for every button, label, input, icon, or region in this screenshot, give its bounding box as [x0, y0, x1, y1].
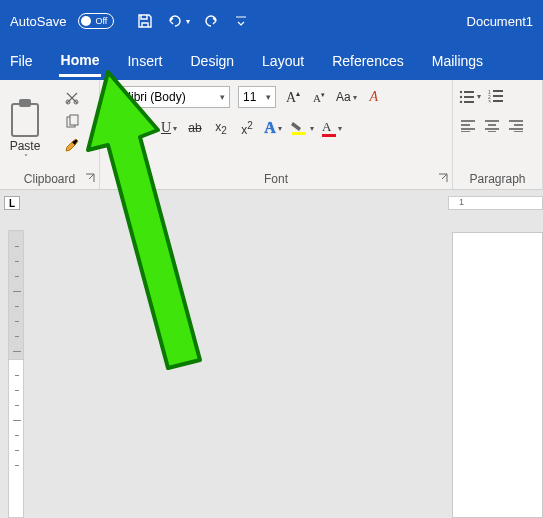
group-clipboard: Paste ˅ Clipboard	[0, 80, 100, 189]
redo-button[interactable]	[202, 11, 220, 31]
font-name-combo[interactable]: Calibri (Body) ▾	[108, 86, 230, 108]
vertical-ruler-margin[interactable]	[8, 230, 24, 360]
clipboard-label-text: Clipboard	[24, 172, 75, 186]
group-paragraph: ▾ 123 Paragraph	[453, 80, 543, 189]
paragraph-body: ▾ 123	[453, 80, 542, 164]
subscript-icon: x2	[215, 120, 227, 136]
svg-rect-10	[464, 101, 474, 103]
tab-selector[interactable]: L	[4, 196, 20, 210]
chevron-down-icon: ▾	[173, 124, 177, 133]
font-size-combo[interactable]: 11 ▾	[238, 86, 276, 108]
paste-button[interactable]: Paste ˅	[0, 80, 50, 164]
redo-icon	[203, 13, 219, 29]
para-row-1: ▾ 123	[459, 86, 536, 106]
workspace: L 1	[0, 190, 543, 518]
text-effects-icon: A	[264, 119, 276, 137]
superscript-button[interactable]: x2	[238, 118, 256, 138]
font-color-button[interactable]: A▾	[322, 118, 342, 138]
shrink-font-button[interactable]: A▾	[310, 87, 328, 107]
paste-label: Paste	[10, 139, 41, 153]
bullets-button[interactable]: ▾	[459, 86, 481, 106]
horizontal-ruler[interactable]: 1	[448, 196, 543, 210]
clipboard-dialog-launcher[interactable]	[85, 172, 95, 186]
scissors-icon	[64, 90, 80, 106]
font-row-2: B I U▾ ab x2 x2 A▾ ▾ A▾	[108, 118, 444, 138]
text-effects-button[interactable]: A▾	[264, 118, 282, 138]
svg-point-5	[460, 91, 462, 93]
font-name-value: Calibri (Body)	[113, 90, 186, 104]
tab-file[interactable]: File	[8, 47, 35, 75]
change-case-icon: Aa	[336, 90, 351, 104]
brush-icon	[64, 138, 80, 154]
svg-rect-16	[493, 100, 503, 102]
document-page[interactable]	[452, 232, 543, 518]
undo-button[interactable]: ▾	[166, 11, 190, 31]
quick-access-toolbar: ▾	[136, 11, 250, 31]
svg-rect-3	[70, 115, 78, 125]
font-dialog-launcher[interactable]	[438, 172, 448, 186]
svg-text:3: 3	[488, 99, 491, 103]
font-body: Calibri (Body) ▾ 11 ▾ A▴ A▾ Aa▾ A	[100, 80, 452, 164]
vertical-ruler[interactable]	[8, 360, 24, 518]
svg-rect-4	[292, 132, 306, 135]
chevron-down-icon: ▾	[310, 124, 314, 133]
strike-icon: ab	[188, 121, 201, 135]
group-label-clipboard: Clipboard	[0, 169, 99, 189]
change-case-button[interactable]: Aa▾	[336, 87, 357, 107]
ruler-mark: 1	[459, 197, 464, 207]
svg-point-7	[460, 96, 462, 98]
align-right-button[interactable]	[507, 116, 525, 136]
copy-icon	[64, 114, 80, 130]
svg-rect-14	[493, 95, 503, 97]
numbering-button[interactable]: 123	[487, 86, 505, 106]
font-label-text: Font	[264, 172, 288, 186]
align-left-icon	[461, 120, 475, 132]
save-button[interactable]	[136, 11, 154, 31]
ribbon-tabs: File Home Insert Design Layout Reference…	[0, 42, 543, 80]
autosave-state: Off	[95, 16, 107, 26]
undo-icon	[166, 13, 184, 29]
shrink-font-icon: A▾	[313, 91, 325, 104]
grow-font-button[interactable]: A▴	[284, 87, 302, 107]
toggle-knob	[81, 16, 91, 26]
tab-home[interactable]: Home	[59, 46, 102, 77]
superscript-icon: x2	[241, 120, 253, 137]
clear-format-button[interactable]: A	[365, 87, 383, 107]
tab-references[interactable]: References	[330, 47, 406, 75]
underline-button[interactable]: U▾	[160, 118, 178, 138]
italic-button[interactable]: I	[134, 118, 152, 138]
launcher-icon	[85, 173, 95, 183]
tab-mailings[interactable]: Mailings	[430, 47, 485, 75]
launcher-icon	[438, 173, 448, 183]
document-title: Document1	[467, 14, 533, 29]
strike-button[interactable]: ab	[186, 118, 204, 138]
underline-icon: U	[161, 120, 171, 136]
align-center-icon	[485, 120, 499, 132]
format-painter-button[interactable]	[63, 136, 81, 156]
copy-button[interactable]	[63, 112, 81, 132]
font-row-1: Calibri (Body) ▾ 11 ▾ A▴ A▾ Aa▾ A	[108, 86, 444, 108]
tab-layout[interactable]: Layout	[260, 47, 306, 75]
bold-button[interactable]: B	[108, 118, 126, 138]
chevron-down-icon: ▾	[220, 92, 225, 102]
font-size-value: 11	[243, 90, 256, 104]
cut-button[interactable]	[63, 88, 81, 108]
chevron-down-icon: ˅	[24, 153, 28, 162]
svg-rect-12	[493, 90, 503, 92]
group-label-paragraph: Paragraph	[453, 169, 542, 189]
overflow-icon	[235, 14, 247, 28]
chevron-down-icon: ▾	[338, 124, 342, 133]
autosave-toggle[interactable]: Off	[78, 13, 114, 29]
title-bar: AutoSave Off ▾ Document1	[0, 0, 543, 42]
customize-qat-button[interactable]	[232, 11, 250, 31]
tab-design[interactable]: Design	[188, 47, 236, 75]
clipboard-icon	[11, 103, 39, 137]
align-center-button[interactable]	[483, 116, 501, 136]
subscript-button[interactable]: x2	[212, 118, 230, 138]
align-left-button[interactable]	[459, 116, 477, 136]
save-icon	[137, 13, 153, 29]
ribbon: Paste ˅ Clipboard	[0, 80, 543, 190]
tab-insert[interactable]: Insert	[125, 47, 164, 75]
highlight-button[interactable]: ▾	[290, 118, 314, 138]
clear-format-icon: A	[369, 89, 378, 105]
